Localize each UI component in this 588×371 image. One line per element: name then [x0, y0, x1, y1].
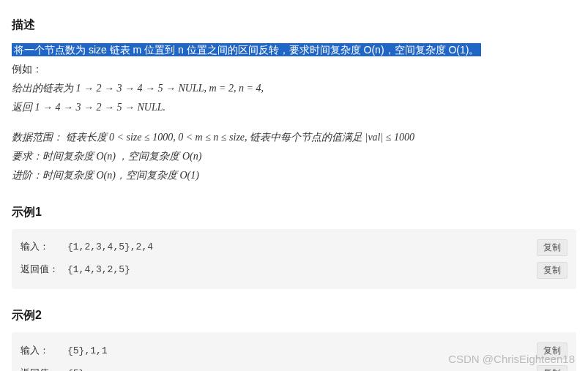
example-box-2: 输入： {5},1,1 复制 返回值： {5} 复制: [12, 332, 576, 371]
input-value: {5},1,1: [67, 343, 537, 359]
data-range-line: 数据范围： 链表长度 0 < size ≤ 1000, 0 < m ≤ n ≤ …: [12, 129, 576, 146]
return-value: {5}: [67, 366, 537, 371]
example-heading-1: 示例1: [12, 202, 576, 222]
example-intro: 例如：: [12, 61, 576, 78]
example-input-row: 输入： {5},1,1 复制: [21, 340, 567, 362]
return-label: 返回值：: [21, 262, 67, 278]
advance-line: 进阶：时间复杂度 O(n)，空间复杂度 O(1): [12, 167, 576, 184]
example-return-list: 返回 1 → 4 → 3 → 2 → 5 → NULL.: [12, 99, 576, 116]
requirement-line: 要求：时间复杂度 O(n) ，空间复杂度 O(n): [12, 148, 576, 165]
copy-button[interactable]: 复制: [537, 262, 567, 279]
input-label: 输入：: [21, 239, 67, 255]
copy-button[interactable]: 复制: [537, 365, 567, 371]
input-value: {1,2,3,4,5},2,4: [67, 239, 537, 255]
section-heading-description: 描述: [12, 15, 576, 34]
example-box-1: 输入： {1,2,3,4,5},2,4 复制 返回值： {1,4,3,2,5} …: [12, 229, 576, 289]
return-value: {1,4,3,2,5}: [67, 262, 537, 278]
example-return-row: 返回值： {5} 复制: [21, 362, 567, 371]
copy-button[interactable]: 复制: [537, 342, 567, 359]
example-heading-2: 示例2: [12, 305, 576, 325]
example-input-row: 输入： {1,2,3,4,5},2,4 复制: [21, 236, 567, 259]
copy-button[interactable]: 复制: [537, 239, 567, 256]
description-body: 将一个节点数为 size 链表 m 位置到 n 位置之间的区间反转，要求时间复杂…: [12, 42, 576, 184]
example-return-row: 返回值： {1,4,3,2,5} 复制: [21, 259, 567, 282]
example-given-list: 给出的链表为 1 → 2 → 3 → 4 → 5 → NULL, m = 2, …: [12, 80, 576, 97]
return-label: 返回值：: [21, 366, 67, 371]
problem-statement-highlighted: 将一个节点数为 size 链表 m 位置到 n 位置之间的区间反转，要求时间复杂…: [12, 43, 481, 56]
input-label: 输入：: [21, 343, 67, 359]
